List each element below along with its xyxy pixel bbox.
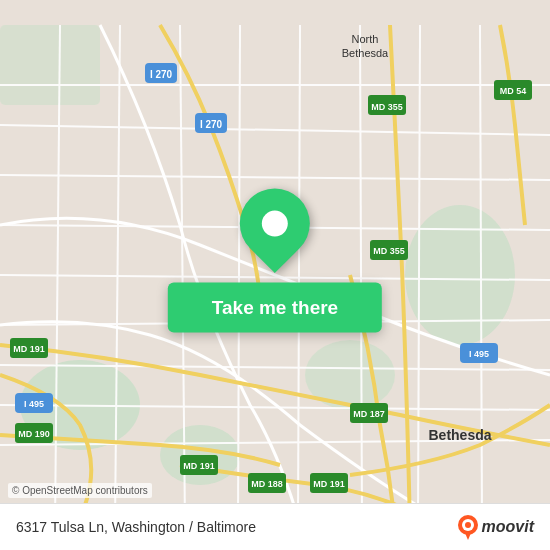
svg-text:Bethesda: Bethesda [342,47,389,59]
svg-point-56 [465,522,471,528]
svg-point-3 [405,205,515,345]
svg-text:MD 54: MD 54 [500,86,527,96]
map-pin [225,174,324,273]
take-me-there-button[interactable]: Take me there [168,283,382,333]
svg-text:MD 191: MD 191 [313,479,345,489]
moovit-logo: moovit [457,514,534,540]
copyright-label: © OpenStreetMap contributors [12,485,148,496]
moovit-brand-text: moovit [482,518,534,536]
svg-text:MD 191: MD 191 [13,344,45,354]
svg-rect-5 [0,25,100,105]
pin-center [262,211,288,237]
svg-text:I 270: I 270 [200,119,223,130]
bottom-bar: 6317 Tulsa Ln, Washington / Baltimore mo… [0,503,550,550]
map-container: I 270 I 270 MD 355 MD 355 MD 54 MD 187 M… [0,0,550,550]
svg-text:North: North [352,33,379,45]
svg-text:MD 190: MD 190 [18,429,50,439]
svg-text:I 495: I 495 [469,349,489,359]
svg-text:I 270: I 270 [150,69,173,80]
svg-text:I 495: I 495 [24,399,44,409]
svg-marker-57 [465,533,471,540]
moovit-pin-icon [457,514,479,540]
svg-text:MD 191: MD 191 [183,461,215,471]
address-text: 6317 Tulsa Ln, Washington / Baltimore [16,519,256,535]
svg-text:Bethesda: Bethesda [428,427,491,443]
svg-text:MD 188: MD 188 [251,479,283,489]
cta-button-container: Take me there [168,189,382,333]
copyright-text: © OpenStreetMap contributors [8,483,152,498]
svg-text:MD 355: MD 355 [371,102,403,112]
svg-text:MD 187: MD 187 [353,409,385,419]
